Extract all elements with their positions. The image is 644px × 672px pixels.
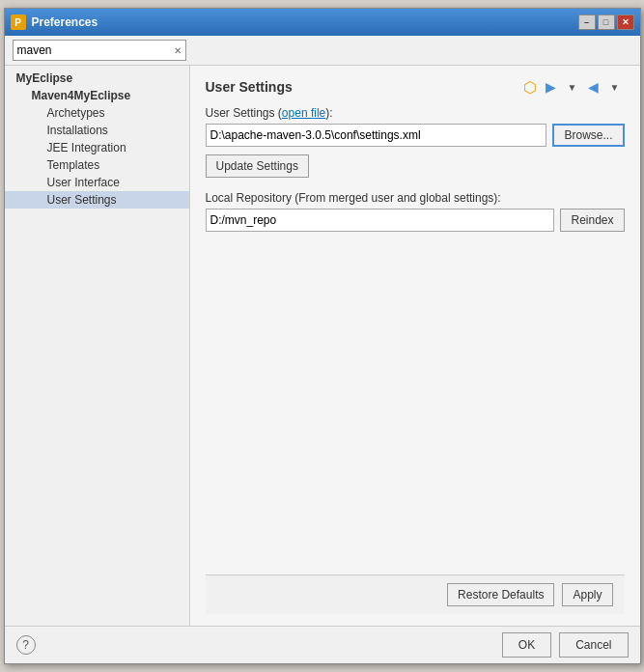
bottom-bar: Restore Defaults Apply [206, 574, 625, 614]
reindex-button[interactable]: Reindex [560, 209, 624, 232]
nav-forward-button[interactable]: ▶ [542, 77, 561, 97]
sidebar: MyEclipse Maven4MyEclipse Archetypes Ins… [5, 66, 190, 626]
search-row: ✕ [5, 36, 640, 66]
sidebar-item-archetypes[interactable]: Archetypes [5, 104, 189, 122]
window-controls: – □ ✕ [578, 14, 634, 30]
forward-icon[interactable]: ⬡ [520, 77, 540, 97]
sidebar-item-user-settings[interactable]: User Settings [5, 191, 189, 209]
nav-back-button[interactable]: ◀ [584, 77, 603, 97]
user-settings-path-input[interactable] [206, 124, 547, 147]
update-settings-button[interactable]: Update Settings [206, 154, 309, 178]
window-icon: P [11, 14, 26, 30]
header-icons: ⬡ ▶ ▼ ◀ ▼ [520, 77, 625, 97]
local-repo-path-input[interactable] [206, 209, 555, 232]
sidebar-item-myeclipse[interactable]: MyEclipse [5, 70, 189, 87]
sidebar-item-user-interface[interactable]: User Interface [5, 174, 189, 191]
nav-dropdown-button[interactable]: ▼ [563, 77, 582, 97]
search-clear-button[interactable]: ✕ [174, 45, 182, 56]
sidebar-item-maven4myeclipse[interactable]: Maven4MyEclipse [5, 87, 189, 104]
search-box: ✕ [13, 40, 186, 61]
open-file-link[interactable]: open file [282, 106, 325, 120]
sidebar-item-installations[interactable]: Installations [5, 122, 189, 139]
user-settings-label: User Settings (open file): [206, 106, 625, 120]
help-button[interactable]: ? [16, 635, 36, 655]
content-area: User Settings ⬡ ▶ ▼ ◀ ▼ User Settings (o… [190, 66, 640, 626]
browse-button[interactable]: Browse... [552, 124, 624, 147]
apply-button[interactable]: Apply [562, 583, 612, 606]
search-input[interactable] [17, 43, 167, 57]
restore-defaults-button[interactable]: Restore Defaults [447, 583, 554, 606]
window-title: Preferences [32, 15, 578, 29]
close-button[interactable]: ✕ [617, 14, 634, 30]
sidebar-item-templates[interactable]: Templates [5, 156, 189, 174]
footer-buttons: OK Cancel [502, 632, 629, 658]
nav-menu-button[interactable]: ▼ [605, 77, 625, 97]
main-content: MyEclipse Maven4MyEclipse Archetypes Ins… [5, 66, 640, 626]
ok-button[interactable]: OK [502, 632, 551, 658]
preferences-window: P Preferences – □ ✕ ✕ MyEclipse Maven4My… [4, 8, 641, 664]
user-settings-row: Browse... [206, 124, 625, 147]
footer-bar: ? OK Cancel [5, 626, 640, 663]
update-settings-row: Update Settings [206, 154, 625, 191]
minimize-button[interactable]: – [578, 14, 596, 30]
maximize-button[interactable]: □ [598, 14, 615, 30]
content-title: User Settings [206, 79, 293, 95]
content-header: User Settings ⬡ ▶ ▼ ◀ ▼ [206, 77, 625, 97]
cancel-button[interactable]: Cancel [559, 632, 628, 658]
local-repo-row: Reindex [206, 209, 625, 232]
sidebar-item-jee-integration[interactable]: JEE Integration [5, 139, 189, 156]
title-bar: P Preferences – □ ✕ [5, 9, 640, 36]
local-repo-label: Local Repository (From merged user and g… [206, 191, 625, 205]
